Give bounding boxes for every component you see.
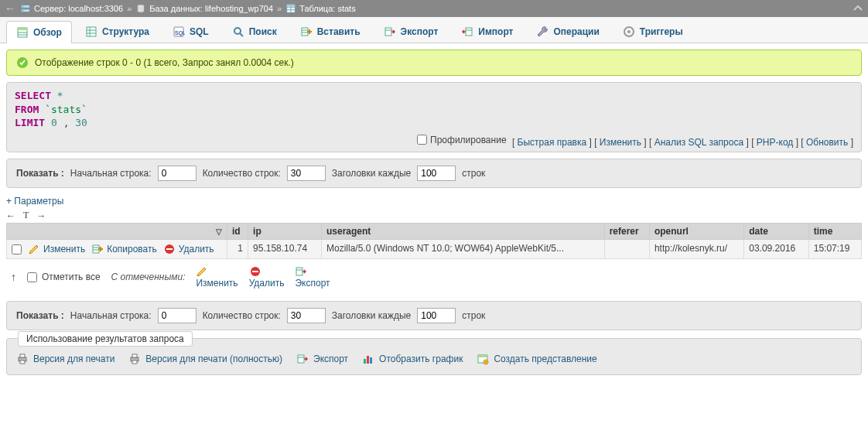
svg-rect-49 (364, 359, 366, 364)
col-referer[interactable]: referer (604, 224, 649, 240)
operations-icon (536, 26, 548, 38)
bulk-export-link[interactable]: Экспорт (295, 265, 330, 289)
bulk-delete-link[interactable]: Удалить (249, 265, 285, 289)
col-useragent[interactable]: useragent (321, 224, 604, 240)
sort-indicator-icon[interactable]: ▽ (216, 227, 222, 236)
delete-icon (163, 243, 176, 255)
row-copy-label: Копировать (107, 244, 157, 254)
svg-point-2 (22, 6, 23, 7)
start-row-label-bottom: Начальная строка: (70, 310, 152, 321)
tab-insert[interactable]: Вставить (290, 20, 371, 43)
row-delete-link[interactable]: Удалить (163, 243, 214, 255)
rows-word-bottom: строк (462, 310, 485, 321)
crumb-server-label: Сервер: localhost:3306 (34, 4, 123, 13)
structure-icon (85, 26, 97, 38)
move-right-icon[interactable]: → (36, 210, 46, 221)
crumb-server[interactable]: Сервер: localhost:3306 (20, 3, 123, 14)
cell-referer (604, 240, 649, 259)
svg-rect-38 (252, 271, 258, 272)
view-icon (477, 353, 489, 365)
check-all-toggle[interactable]: Отметить все (27, 272, 101, 282)
text-mode-icon[interactable]: T (23, 210, 29, 221)
sql-limit-comma: , (63, 117, 70, 128)
usage-box: Использование результатов запроса Версия… (6, 338, 862, 375)
tab-export[interactable]: Экспорт (374, 20, 449, 43)
headers-every-input[interactable] (417, 166, 456, 181)
usage-box-title: Использование результатов запроса (18, 331, 193, 347)
tab-sql[interactable]: SQL SQL (162, 20, 219, 43)
pencil-icon (28, 243, 40, 255)
svg-rect-27 (466, 28, 472, 36)
tabs-bar: Обзор Структура SQL SQL Поиск Вставить Э… (0, 17, 868, 43)
col-id[interactable]: id (227, 224, 248, 240)
chart-icon (362, 353, 374, 365)
col-date[interactable]: date (744, 224, 808, 240)
crumb-table[interactable]: Таблица: stats (285, 3, 355, 14)
print-full-link[interactable]: Версия для печати (полностью) (128, 353, 282, 365)
row-count-label-bottom: Количество строк: (203, 310, 281, 321)
start-row-input-bottom[interactable] (158, 308, 196, 323)
search-icon (232, 26, 244, 38)
sql-limit-kw: LIMIT (15, 117, 45, 128)
print-label: Версия для печати (33, 354, 114, 364)
create-view-label: Создать представление (494, 354, 596, 364)
tab-operations[interactable]: Операции (526, 20, 609, 43)
row-count-input[interactable] (287, 166, 326, 181)
svg-rect-53 (478, 355, 487, 357)
tab-triggers-label: Триггеры (640, 26, 683, 37)
quick-edit-link[interactable]: Быстрая правка (518, 136, 587, 147)
row-edit-link[interactable]: Изменить (28, 243, 85, 255)
with-marked-label: С отмеченными: (111, 272, 186, 282)
back-icon[interactable]: ← (5, 2, 15, 15)
tab-browse[interactable]: Обзор (6, 21, 72, 43)
move-left-icon[interactable]: ← (6, 210, 15, 221)
bulk-edit-link[interactable]: Изменить (196, 265, 238, 289)
svg-point-20 (234, 28, 241, 34)
success-text: Отображение строк 0 - 0 (1 всего, Запрос… (35, 57, 294, 68)
tab-insert-label: Вставить (317, 26, 361, 37)
export-icon (296, 353, 309, 365)
print-link[interactable]: Версия для печати (16, 353, 114, 365)
options-toggle[interactable]: + Параметры (6, 196, 862, 207)
pagination-controls-top: Показать : Начальная строка: Количество … (6, 159, 862, 188)
tab-triggers[interactable]: Триггеры (613, 20, 693, 43)
tab-structure[interactable]: Структура (75, 20, 159, 43)
success-icon (16, 56, 29, 69)
arrow-up-icon: ↑ (11, 271, 16, 283)
svg-rect-25 (385, 28, 391, 36)
triggers-icon (623, 26, 635, 38)
row-copy-link[interactable]: Копировать (91, 243, 157, 255)
crumb-database[interactable]: База данных: lifehosting_wp704 (135, 3, 273, 14)
sql-ident: `stats` (45, 104, 87, 115)
start-row-input[interactable] (158, 166, 196, 181)
analyze-link[interactable]: Анализ SQL запроса (654, 136, 743, 147)
row-count-input-bottom[interactable] (287, 308, 326, 323)
col-ip[interactable]: ip (248, 224, 322, 240)
check-all-label: Отметить все (42, 272, 101, 282)
copy-icon (91, 243, 104, 255)
col-time[interactable]: time (808, 224, 861, 240)
headers-every-input-bottom[interactable] (417, 308, 456, 323)
crumb-table-label: Таблица: stats (299, 4, 355, 13)
results-table: ▽ id ip useragent referer openurl date t… (6, 223, 862, 259)
headers-every-label: Заголовки каждые (332, 168, 411, 179)
col-openurl[interactable]: openurl (649, 224, 743, 240)
tab-import[interactable]: Импорт (451, 20, 523, 43)
usage-export-link[interactable]: Экспорт (296, 353, 348, 365)
row-checkbox[interactable] (12, 244, 22, 254)
usage-chart-link[interactable]: Отобразить график (362, 353, 463, 365)
profiling-toggle[interactable]: Профилирование (417, 135, 507, 145)
collapse-icon[interactable] (853, 3, 863, 14)
cell-openurl: http://kolesnyk.ru/ (649, 240, 743, 259)
crumb-sep-1: » (127, 4, 132, 13)
check-all-checkbox[interactable] (27, 272, 37, 282)
php-link[interactable]: PHP-код (757, 136, 793, 147)
refresh-link[interactable]: Обновить (806, 136, 848, 147)
row-count-label: Количество строк: (203, 168, 281, 179)
create-view-link[interactable]: Создать представление (477, 353, 596, 365)
profiling-checkbox[interactable] (417, 135, 427, 145)
crumb-sep-2: » (277, 4, 282, 13)
tab-search[interactable]: Поиск (222, 20, 287, 43)
edit-link[interactable]: Изменить (600, 136, 641, 147)
below-table-actions: ↑ Отметить все С отмеченными: Изменить У… (6, 259, 862, 295)
